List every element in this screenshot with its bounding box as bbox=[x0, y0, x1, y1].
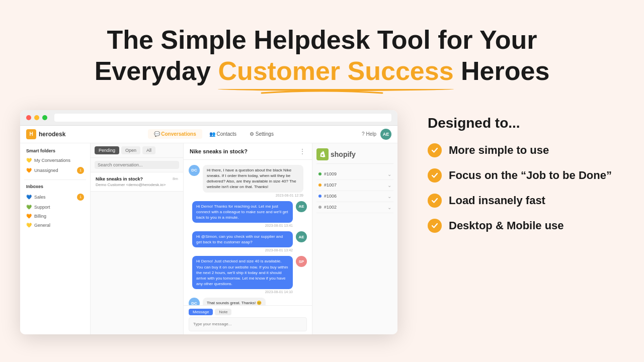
shopify-logo: shopify bbox=[316, 148, 356, 160]
hero-text: The Simple Helpdesk Tool for Your Everyd… bbox=[0, 0, 644, 110]
features-section: Designed to... More simple to use Focus … bbox=[418, 110, 624, 244]
hero-highlight: Customer Success bbox=[218, 55, 453, 86]
order-left: #1006 bbox=[318, 194, 337, 199]
order-number: #1002 bbox=[324, 205, 337, 210]
hero-title-line1: The Simple Helpdesk Tool for Your bbox=[107, 25, 537, 54]
feature-text-4: Desktop & Mobile use bbox=[449, 219, 564, 232]
feature-item-4: Desktop & Mobile use bbox=[428, 219, 624, 233]
message-col: That sounds great. Thanks! 😊 2023-08-01 … bbox=[203, 298, 266, 305]
chat-input-tab-message[interactable]: Message bbox=[189, 309, 213, 315]
message-row: SP Hi Demo! Just checked and size 40 is … bbox=[189, 256, 307, 294]
app-logo-text: herodesk bbox=[39, 131, 65, 138]
unassigned-label: Unassigned bbox=[34, 168, 58, 173]
sidebar-item-unassigned[interactable]: 🧡 Unassigned 1 bbox=[24, 165, 86, 175]
billing-label: Billing bbox=[34, 214, 46, 219]
order-item[interactable]: #1009 ⌄ bbox=[316, 169, 393, 180]
chat-header: Nike sneaks in stock? ⋮ bbox=[184, 143, 312, 160]
window-dot-green[interactable] bbox=[42, 115, 47, 120]
message-col: Hi Demo! Thanks for reaching out. Let me… bbox=[192, 201, 293, 228]
window-dot-yellow[interactable] bbox=[34, 115, 39, 120]
conv-item-header: Nike sneaks in stock? 8m bbox=[96, 176, 178, 182]
window-chrome bbox=[20, 110, 397, 126]
chat-input-tabs: Message Note bbox=[189, 309, 307, 315]
conv-tab-all[interactable]: All bbox=[142, 146, 155, 154]
chat-title: Nike sneaks in stock? bbox=[190, 148, 248, 154]
conversation-list: Pending Open All Nike sneaks in stock? 8… bbox=[91, 143, 184, 334]
message-col: Hi there, I have a question about the bl… bbox=[203, 165, 303, 197]
feature-item-2: Focus on the “Job to be Done” bbox=[428, 168, 624, 183]
chat-panel: Nike sneaks in stock? ⋮ DC Hi there, I h… bbox=[184, 143, 312, 334]
order-item[interactable]: #1007 ⌄ bbox=[316, 180, 393, 191]
app-sidebar: Smart folders 💛 My Conversations 🧡 Unass… bbox=[20, 143, 91, 334]
order-number: #1006 bbox=[324, 194, 337, 199]
hero-title-line2b: Heroes bbox=[454, 56, 550, 85]
sidebar-item-sales[interactable]: 💙 Sales 1 bbox=[24, 192, 86, 202]
nav-tab-contacts[interactable]: 👥 Contacts bbox=[203, 129, 243, 139]
order-item[interactable]: #1006 ⌄ bbox=[316, 191, 393, 202]
conv-item-time: 8m bbox=[173, 176, 178, 182]
sidebar-item-my-conversations[interactable]: 💛 My Conversations bbox=[24, 156, 86, 164]
message-avatar-ae: AE bbox=[296, 201, 307, 212]
sidebar-item-general[interactable]: 💛 General bbox=[24, 221, 86, 229]
app-logo: H herodesk bbox=[26, 129, 65, 139]
chat-message-input[interactable] bbox=[189, 317, 307, 331]
message-col: Hi Demo! Just checked and size 40 is ava… bbox=[192, 256, 293, 294]
sales-icon: 💙 bbox=[26, 195, 32, 200]
conv-tab-open[interactable]: Open bbox=[121, 146, 140, 154]
feature-check-icon-1 bbox=[428, 143, 442, 157]
nav-right: ? Help AE bbox=[362, 129, 391, 140]
sidebar-divider bbox=[24, 179, 86, 180]
chat-input-tab-note[interactable]: Note bbox=[215, 309, 231, 315]
order-left: #1007 bbox=[318, 183, 337, 188]
order-dot bbox=[318, 184, 321, 187]
order-dot bbox=[318, 206, 321, 209]
order-left: #1009 bbox=[318, 171, 337, 176]
order-dot bbox=[318, 195, 321, 198]
features-title: Designed to... bbox=[428, 115, 624, 131]
hero-section: The Simple Helpdesk Tool for Your Everyd… bbox=[0, 0, 644, 110]
feature-check-icon-4 bbox=[428, 219, 442, 233]
support-icon: 💚 bbox=[26, 205, 32, 210]
sidebar-item-support[interactable]: 💚 Support bbox=[24, 203, 86, 211]
window-dot-red[interactable] bbox=[26, 115, 31, 120]
help-link[interactable]: ? Help bbox=[362, 131, 376, 137]
order-item[interactable]: #1002 ⌄ bbox=[316, 202, 393, 213]
message-time: 2023-08-01 13:41 bbox=[192, 224, 293, 227]
main-layout: H herodesk 💬 Conversations 👥 Contacts ⚙ … bbox=[0, 110, 644, 334]
order-chevron[interactable]: ⌄ bbox=[387, 205, 391, 210]
order-chevron[interactable]: ⌄ bbox=[387, 171, 391, 177]
feature-text-3: Load insanely fast bbox=[449, 194, 545, 207]
unassigned-badge: 1 bbox=[77, 167, 84, 174]
sales-badge: 1 bbox=[77, 194, 84, 201]
conv-search bbox=[91, 158, 183, 172]
user-avatar[interactable]: AE bbox=[380, 129, 391, 140]
my-conversations-label: My Conversations bbox=[34, 158, 70, 163]
message-bubble-sent: Hi Demo! Just checked and size 40 is ava… bbox=[192, 256, 293, 289]
address-bar bbox=[54, 114, 391, 122]
app-screenshot: H herodesk 💬 Conversations 👥 Contacts ⚙ … bbox=[20, 110, 397, 334]
conversation-search-input[interactable] bbox=[95, 161, 179, 169]
message-col: Hi @Simon, can you check with our suppli… bbox=[192, 231, 293, 252]
conv-item-name: Nike sneaks in stock? bbox=[96, 176, 143, 182]
conversation-item[interactable]: Nike sneaks in stock? 8m Demo Customer <… bbox=[91, 172, 183, 192]
chat-more-button[interactable]: ⋮ bbox=[299, 147, 306, 155]
sales-label: Sales bbox=[34, 195, 46, 200]
nav-tab-conversations[interactable]: 💬 Conversations bbox=[148, 129, 202, 139]
message-avatar-ae2: AE bbox=[296, 231, 307, 242]
order-number: #1009 bbox=[324, 171, 337, 176]
conv-tab-pending[interactable]: Pending bbox=[95, 146, 119, 154]
shopify-icon bbox=[316, 148, 329, 160]
inboxes-title: Inboxes bbox=[24, 184, 86, 189]
unassigned-icon: 🧡 bbox=[26, 168, 32, 173]
order-chevron[interactable]: ⌄ bbox=[387, 194, 391, 199]
sidebar-item-billing[interactable]: 🧡 Billing bbox=[24, 212, 86, 220]
nav-tab-settings[interactable]: ⚙ Settings bbox=[244, 129, 280, 139]
message-bubble: That sounds great. Thanks! 😊 bbox=[203, 298, 266, 305]
message-time: 2023-08-01 12:39 bbox=[203, 194, 303, 197]
order-chevron[interactable]: ⌄ bbox=[387, 183, 391, 188]
message-time: 2023-08-01 14:10 bbox=[192, 290, 293, 294]
feature-check-icon-2 bbox=[428, 168, 442, 183]
chat-messages: DC Hi there, I have a question about the… bbox=[184, 160, 312, 305]
my-conversations-icon: 💛 bbox=[26, 158, 32, 163]
hero-title: The Simple Helpdesk Tool for Your Everyd… bbox=[0, 24, 644, 87]
